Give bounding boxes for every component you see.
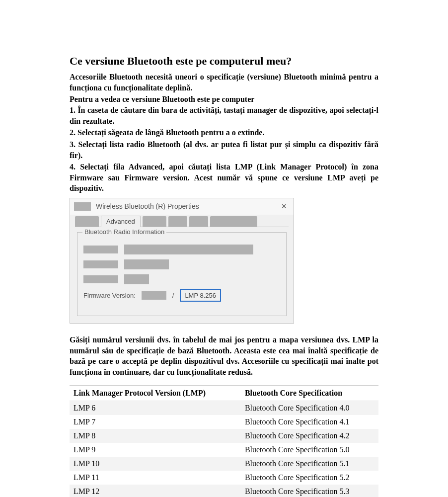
section-subhead: Pentru a vedea ce versiune Bluetooth est… [70, 95, 378, 104]
intro-paragraph: Accesoriile Bluetooth necesită uneori o … [70, 72, 378, 93]
cell-lmp: LMP 8 [70, 429, 241, 443]
lmp-value-box: LMP 8.256 [180, 289, 221, 302]
table-row: LMP 6 Bluetooth Core Specification 4.0 [70, 401, 378, 415]
bluetooth-radio-group: Bluetooth Radio Information Firmware Ver… [77, 232, 287, 316]
table-header-row: Link Manager Protocol Version (LMP) Blue… [70, 386, 378, 401]
dialog-titlebar: Wireless Bluetooth (R) Properties × [70, 198, 294, 215]
cell-spec: Bluetooth Core Specification 5.3 [241, 485, 378, 497]
tab-advanced[interactable]: Advanced [101, 216, 141, 227]
table-intro-paragraph: Găsiți numărul versiunii dvs. în tabelul… [70, 334, 378, 377]
document-page: Ce versiune Bluetooth este pe computerul… [0, 0, 448, 497]
redacted-label [83, 275, 118, 283]
tab-placeholder[interactable] [75, 216, 99, 227]
cell-spec: Bluetooth Core Specification 5.0 [241, 443, 378, 457]
group-label: Bluetooth Radio Information [82, 228, 166, 236]
page-title: Ce versiune Bluetooth este pe computerul… [70, 55, 378, 68]
step-3: 3. Selectați lista radio Bluetooth (al d… [70, 139, 378, 161]
step-4: 4. Selectați fila Advanced, apoi căutați… [70, 162, 378, 194]
step-1: 1. În caseta de căutare din bara de acti… [70, 105, 378, 126]
dialog-icon [74, 202, 91, 211]
cell-spec: Bluetooth Core Specification 4.0 [241, 401, 378, 415]
redacted-value [142, 291, 166, 300]
properties-dialog: Wireless Bluetooth (R) Properties × Adva… [70, 198, 294, 324]
close-icon[interactable]: × [278, 201, 290, 212]
redacted-value [124, 274, 149, 284]
tab-placeholder[interactable] [189, 216, 208, 227]
redacted-value [124, 259, 169, 269]
table-row: LMP 12 Bluetooth Core Specification 5.3 [70, 485, 378, 497]
cell-lmp: LMP 7 [70, 415, 241, 429]
table-row: LMP 11 Bluetooth Core Specification 5.2 [70, 471, 378, 485]
cell-lmp: LMP 10 [70, 457, 241, 471]
cell-lmp: LMP 11 [70, 471, 241, 485]
table-row: LMP 8 Bluetooth Core Specification 4.2 [70, 429, 378, 443]
cell-spec: Bluetooth Core Specification 5.2 [241, 471, 378, 485]
redacted-label [83, 260, 118, 268]
slash: / [172, 292, 174, 299]
dialog-tabs: Advanced [70, 216, 294, 227]
cell-lmp: LMP 6 [70, 401, 241, 415]
cell-lmp: LMP 9 [70, 443, 241, 457]
table-row: LMP 7 Bluetooth Core Specification 4.1 [70, 415, 378, 429]
lmp-version-table: Link Manager Protocol Version (LMP) Blue… [70, 385, 378, 497]
cell-spec: Bluetooth Core Specification 4.1 [241, 415, 378, 429]
tab-placeholder[interactable] [143, 216, 166, 227]
table-row: LMP 10 Bluetooth Core Specification 5.1 [70, 457, 378, 471]
cell-spec: Bluetooth Core Specification 4.2 [241, 429, 378, 443]
redacted-label [83, 246, 118, 253]
cell-lmp: LMP 12 [70, 485, 241, 497]
col-header-spec: Bluetooth Core Specification [241, 386, 378, 401]
step-2: 2. Selectați săgeata de lângă Bluetooth … [70, 127, 378, 138]
cell-spec: Bluetooth Core Specification 5.1 [241, 457, 378, 471]
tab-placeholder[interactable] [210, 216, 257, 227]
dialog-title: Wireless Bluetooth (R) Properties [96, 202, 278, 210]
firmware-version-label: Firmware Version: [83, 292, 136, 299]
redacted-value [124, 245, 253, 254]
tab-placeholder[interactable] [168, 216, 187, 227]
table-row: LMP 9 Bluetooth Core Specification 5.0 [70, 443, 378, 457]
col-header-lmp: Link Manager Protocol Version (LMP) [70, 386, 241, 401]
